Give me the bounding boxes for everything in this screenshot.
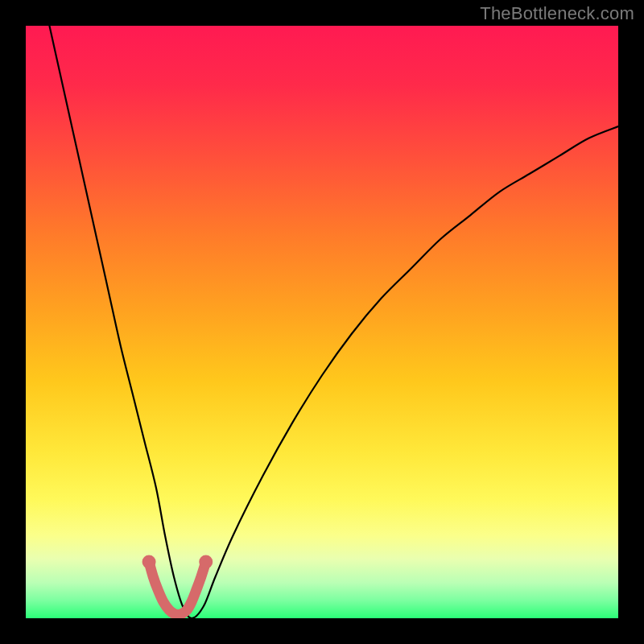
chart-svg — [26, 26, 618, 618]
watermark-text: TheBottleneck.com — [480, 3, 634, 24]
chart-plot-area — [26, 26, 618, 618]
chart-frame: TheBottleneck.com — [0, 0, 644, 644]
highlight-end-dot — [199, 555, 213, 569]
highlight-end-dot — [142, 555, 156, 569]
